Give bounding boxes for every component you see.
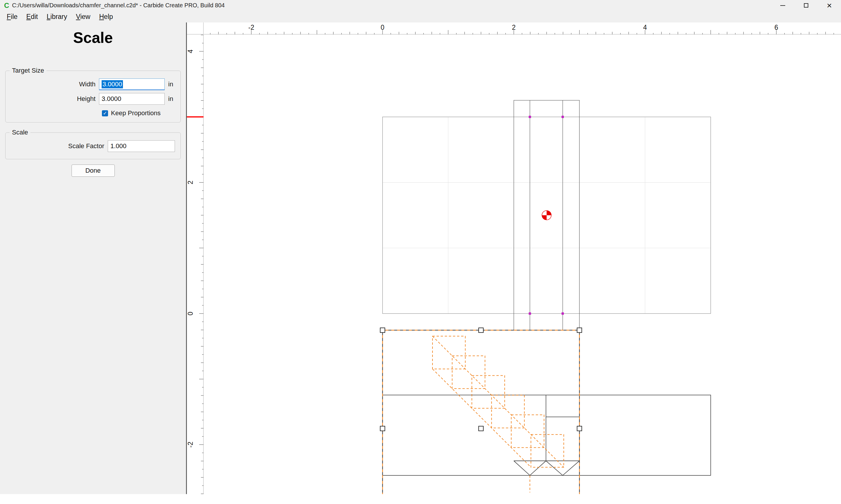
height-label: Height (8, 95, 96, 103)
selection-handle[interactable] (479, 426, 483, 431)
height-value-text: 3.0000 (102, 95, 121, 103)
restore-icon (804, 3, 808, 7)
window-title: C:/Users/willa/Downloads/chamfer_channel… (12, 2, 225, 9)
menu-help[interactable]: Help (95, 12, 117, 22)
menu-view[interactable]: View (71, 12, 95, 22)
ruler-corner (187, 22, 204, 34)
toolpath-step (432, 336, 465, 369)
vector-node (562, 116, 564, 118)
height-input[interactable]: 3.0000 (99, 93, 165, 105)
minimize-button[interactable] (771, 0, 794, 11)
bottom-strip (0, 494, 841, 504)
scale-legend: Scale (10, 129, 30, 136)
keep-proportions-row: Keep Proportions (102, 109, 177, 117)
menu-library[interactable]: Library (42, 12, 71, 22)
selection-handle[interactable] (380, 328, 385, 332)
ruler-x-label: -2 (248, 24, 254, 31)
target-size-group: Target Size Width 3.0000 in Height 3.000… (5, 67, 181, 123)
ruler-y-label: 0 (187, 312, 194, 316)
ruler-y-label: 2 (187, 181, 194, 184)
selection-bbox (382, 330, 579, 494)
design-canvas-area: -20246 420-2 (187, 22, 841, 494)
keep-proportions-checkbox[interactable] (102, 110, 108, 116)
width-input[interactable]: 3.0000 (99, 78, 165, 90)
done-button[interactable]: Done (71, 164, 115, 177)
close-icon: × (827, 1, 832, 10)
maximize-button[interactable] (794, 0, 818, 11)
vertical-ruler: 420-2 (187, 35, 204, 494)
scale-factor-value-text: 1.000 (110, 142, 126, 150)
vector-node (562, 312, 564, 315)
scale-factor-row: Scale Factor 1.000 (8, 140, 177, 152)
menu-file[interactable]: File (2, 12, 22, 22)
height-row: Height 3.0000 in (8, 93, 177, 105)
window-controls: × (771, 0, 841, 11)
ruler-x-label: 2 (512, 24, 516, 31)
ruler-x-label: 6 (774, 24, 778, 31)
scale-factor-label: Scale Factor (8, 142, 104, 150)
vector-node (529, 116, 531, 118)
ruler-cursor-marker (187, 116, 204, 118)
selection-handle[interactable] (577, 426, 582, 431)
selection-handle[interactable] (479, 328, 483, 332)
width-label: Width (8, 80, 96, 88)
ruler-x-label: 4 (643, 24, 647, 31)
scale-panel: Scale Target Size Width 3.0000 in Height… (0, 22, 187, 494)
minimize-icon (780, 5, 785, 6)
height-unit-label: in (168, 95, 173, 103)
width-unit-label: in (168, 80, 173, 88)
target-size-legend: Target Size (10, 67, 47, 74)
horizontal-ruler: -20246 (204, 22, 841, 34)
profile-zigzag (514, 461, 580, 475)
page-title: Scale (0, 30, 186, 46)
width-value-selected-text: 3.0000 (102, 80, 123, 88)
width-row: Width 3.0000 in (8, 78, 177, 90)
keep-proportions-label[interactable]: Keep Proportions (111, 109, 160, 117)
scale-factor-input[interactable]: 1.000 (108, 140, 175, 152)
ruler-x-label: 0 (381, 24, 384, 31)
scale-group: Scale Scale Factor 1.000 (5, 129, 181, 159)
ruler-y-label: 4 (187, 49, 194, 53)
vector-node (529, 312, 531, 315)
selection-handle[interactable] (380, 426, 385, 431)
menu-bar: File Edit Library View Help (0, 11, 841, 22)
menu-edit[interactable]: Edit (22, 12, 42, 22)
app-logo-icon: C (4, 2, 9, 9)
profile-rect (382, 395, 711, 475)
close-button[interactable]: × (818, 0, 841, 11)
design-canvas[interactable] (204, 35, 841, 494)
title-bar: C C:/Users/willa/Downloads/chamfer_chann… (0, 0, 841, 11)
selection-handle[interactable] (577, 328, 582, 332)
ruler-y-label: -2 (187, 442, 194, 447)
toolpath-step (511, 415, 544, 447)
